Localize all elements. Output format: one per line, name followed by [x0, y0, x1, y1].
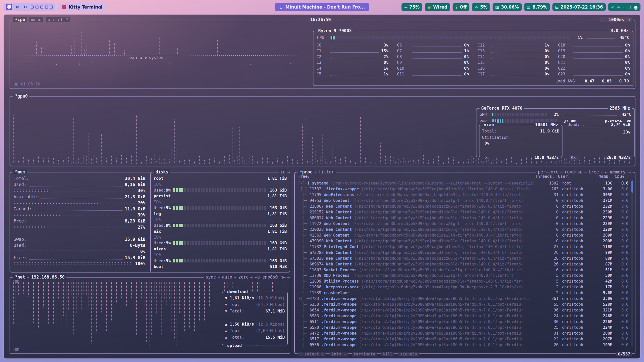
disk-usage-module[interactable]: ▤8.79% [524, 3, 550, 11]
graph-column [410, 158, 412, 164]
header-mem[interactable]: MemB [586, 174, 608, 179]
status-modules: ◄75%▣WiredᛒOff☘5%▦30.06%▤8.79%⊞2025-07-2… [401, 3, 640, 11]
process-row[interactable]: │ ├─ 5983 .ferdium-wrappe (/nix/store/a1… [298, 313, 628, 319]
menu-button[interactable]: menu [29, 17, 43, 22]
check-icon[interactable]: ✔ [611, 5, 614, 10]
process-row[interactable]: │ ├─ 11732 Privileged Cont (/nix/store/f… [298, 244, 628, 250]
media-player-module[interactable]: ♫ Minuit Machine - Don't Run Fro... [275, 3, 369, 11]
active-window-button[interactable]: Kitty Terminal [58, 3, 106, 11]
header-tree[interactable]: Tree: [298, 174, 532, 179]
note-icon[interactable]: ♪ [629, 5, 632, 10]
process-row[interactable]: │ ├─ 6520 .ferdium-wrappe (/nix/store/a1… [298, 325, 628, 330]
process-row[interactable]: │ ├─ 479390 Web Content (/nix/store/fqad… [298, 238, 628, 244]
process-row[interactable]: │ ├─ 11739 RDD Process (/nix/store/fqadd… [298, 273, 628, 279]
workspace-dot-icon[interactable] [35, 6, 38, 9]
header-threads[interactable]: Threads: [532, 174, 554, 179]
process-row[interactable]: │ ├─ 218067 Web Content (/nix/store/fqad… [298, 204, 628, 209]
disks-box-label[interactable]: disks [154, 169, 170, 174]
process-row[interactable]: │ ├─ 689674 Web Content (/nix/store/fqad… [298, 261, 628, 267]
proc-filter-button[interactable]: filter [317, 169, 336, 174]
net-sync-toggle[interactable]: sync [204, 275, 218, 280]
header-user[interactable]: User: [554, 174, 586, 179]
process-row[interactable]: │ ├─ 580017 Web Content (/nix/store/fqad… [298, 215, 628, 221]
cpu-core-row: C71% [397, 48, 469, 54]
proc-reverse-toggle[interactable]: reverse [563, 169, 584, 174]
process-row[interactable]: │ ├─ 219152 Web Content (/nix/store/fqad… [298, 209, 628, 215]
graph-column [465, 162, 467, 164]
process-scrollbar-thumb[interactable] [631, 180, 633, 193]
bell-icon[interactable] [634, 6, 637, 9]
core-percent: 15% [381, 49, 388, 53]
process-row[interactable]: │ ├─ 11968 .keepassxc-prox (/nix/store/b… [298, 284, 628, 290]
net-zero-toggle[interactable]: zero [236, 275, 250, 280]
graph-column [463, 162, 464, 164]
process-row[interactable]: │ ├─ 220028 Web Content (/nix/store/fqad… [298, 227, 628, 233]
gpu-detail-panel: GeForce RTX 4070 2565 MHz GPU 2% 42°C PW… [476, 108, 635, 157]
vram-panel: vram 10501 MHz Total: 11,9 GiB Utilizati… [479, 125, 562, 157]
wave-icon[interactable]: ∿ [617, 5, 620, 10]
workspace-1[interactable] [6, 4, 12, 10]
memory-usage-module[interactable]: ▦30.06% [493, 3, 522, 11]
workspace-3[interactable]: ⟳ [22, 4, 29, 10]
gpu-box-label[interactable]: ⁵gpu0 [13, 94, 29, 99]
graph-column [337, 160, 339, 164]
workspace-dot-icon[interactable] [40, 6, 43, 9]
process-row[interactable]: │ ├─ 94753 Web Content (/nix/store/fqadd… [298, 198, 628, 204]
preset-button[interactable]: preset * [46, 17, 70, 22]
volume-module[interactable]: ◄75% [401, 3, 422, 11]
process-row[interactable]: │ ├─ 6536 .ferdium-wrappe (/nix/store/a1… [298, 342, 628, 347]
datetime-module[interactable]: ⊞2025-07-22 16:36 [552, 3, 606, 11]
workspace-2[interactable]: ❄ [14, 4, 21, 10]
select-keys[interactable]: ↑ select ↓ [298, 352, 326, 356]
graph-column [382, 160, 384, 164]
process-row[interactable]: │ └─ 11539 crashhelper 2christoph5.0M0.0 [298, 290, 628, 296]
net-auto-toggle[interactable]: auto [220, 275, 234, 280]
process-row[interactable]: │ ├─ 6654 .ferdium-wrappe (/nix/store/a1… [298, 307, 628, 313]
process-row[interactable]: │ ├─ 6511 .ferdium-wrappe (/nix/store/a1… [298, 319, 628, 325]
net-interface-switcher[interactable]: ←b enp8s0 n→ [253, 275, 287, 280]
network-module[interactable]: ▣Wired [425, 3, 450, 11]
info-key[interactable]: info ↵ [330, 352, 348, 356]
interval-decrease-button[interactable]: - [600, 17, 606, 22]
process-row[interactable]: │ ├─ 673288 Web Content (/nix/store/fqad… [298, 250, 628, 255]
network-box-label[interactable]: ³net [13, 275, 27, 280]
interval-increase-button[interactable]: + [626, 17, 632, 22]
process-row[interactable]: │ ├─ 11839 Utility Process (/nix/store/f… [298, 279, 628, 284]
process-row[interactable]: │ ├─ 6517 .ferdium-wrappe (/nix/store/a1… [298, 336, 628, 342]
process-scrollbar-track[interactable] [631, 180, 633, 347]
process-row[interactable]: │ ├─ 673038 Web Content (/nix/store/fqad… [298, 255, 628, 261]
proc-sort-selector[interactable]: ← memory → [603, 169, 632, 174]
process-row[interactable]: │ ├─ 41363 Web Content (/nix/store/fqadd… [298, 232, 628, 238]
process-row[interactable]: │ ├─ 11972 Web Content (/nix/store/fqadd… [298, 221, 628, 227]
proc-box-label[interactable]: ⁴proc [298, 169, 314, 174]
proc-per-core-toggle[interactable]: per-core [536, 169, 560, 174]
bluetooth-module[interactable]: ᛒOff [453, 3, 470, 11]
graph-column [20, 161, 22, 164]
disks-io-toggle[interactable]: io [279, 169, 287, 174]
disk-io-row: IO% [154, 252, 287, 258]
cpu-usage-module[interactable]: ☘5% [472, 3, 490, 11]
process-row[interactable]: │ ├─ 11795 WebExtensions (/nix/store/fqa… [298, 192, 628, 198]
kill-key[interactable]: Kill [381, 352, 394, 356]
header-cpu[interactable]: Cpu% [608, 174, 624, 179]
leader [411, 72, 462, 76]
sort-direction-icon[interactable]: ↑ [624, 174, 628, 179]
proc-tree-toggle[interactable]: tree [587, 169, 601, 174]
cpu-panel: ¹cpu menu preset * 16:36:59 - 1000ms + u… [10, 20, 635, 89]
workspace-dot-icon[interactable] [31, 6, 34, 9]
process-row[interactable]: │ ├─ 11607 Socket Process (/nix/store/fq… [298, 267, 628, 273]
signals-key[interactable]: signals [398, 352, 419, 356]
process-row[interactable]: │ ├─ 6472 .ferdium-wrappe (/nix/store/a1… [298, 330, 628, 336]
process-row[interactable]: ├[-]─11532 .firefox-wrappe (/nix/store/f… [298, 186, 628, 192]
memory-box-label[interactable]: ²mem [13, 169, 27, 174]
process-row[interactable]: [-]─1 systemd (/run/current-system/syste… [298, 180, 628, 186]
workspace-dot-icon[interactable] [45, 6, 48, 9]
screen-icon[interactable]: ▭ [623, 5, 627, 10]
upload-speed: ▲ 1,58 KiB/s [225, 322, 254, 327]
disk-io-row: IO% [154, 217, 287, 222]
cpu-box-label[interactable]: ¹cpu [13, 17, 27, 22]
process-row[interactable]: │ ├─ 6350 .ferdium-wrappe (/nix/store/a1… [298, 302, 628, 307]
process-row[interactable]: ├[-]─4783 .ferdium-wrappe (/nix/store/a1… [298, 296, 628, 302]
terminate-key[interactable]: terminate [352, 352, 377, 356]
workspace-dot-icon[interactable] [50, 6, 53, 9]
